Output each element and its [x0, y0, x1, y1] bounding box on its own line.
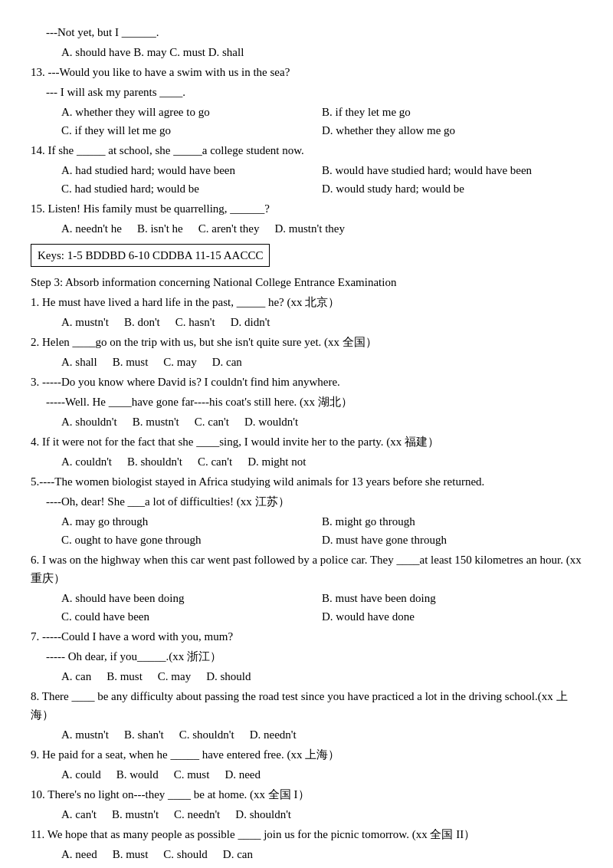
keys-box: Keys: 1-5 BDDBD 6-10 CDDBA 11-15 AACCC [31, 244, 270, 267]
q14-option-b: B. would have studied hard; would have b… [322, 161, 582, 179]
s3-option-b: B. mustn't [133, 413, 179, 431]
s9-options: A. could B. would C. must D. need [31, 765, 582, 784]
s3-option-d: D. wouldn't [244, 413, 298, 431]
s5-option-c: C. ought to have gone through [61, 531, 322, 549]
s10-option-a: A. can't [61, 805, 97, 824]
s6-option-d: D. would have done [322, 607, 582, 626]
s10-options: A. can't B. mustn't C. needn't D. should… [31, 805, 582, 824]
s8-option-d: D. needn't [250, 725, 297, 744]
s9-option-d: D. need [225, 765, 261, 784]
keys-line: Keys: 1-5 BDDBD 6-10 CDDBA 11-15 AACCC [31, 239, 582, 271]
s1-option-d: D. didn't [231, 313, 270, 331]
s7-option-c: C. may [158, 667, 191, 686]
s1-text: 1. He must have lived a hard life in the… [31, 293, 582, 311]
main-content: ---Not yet, but I ______. A. should have… [31, 23, 582, 868]
s5-sub: ----Oh, dear! She ___a lot of difficulti… [31, 492, 582, 511]
s4-options: A. couldn't B. shouldn't C. can't D. mig… [31, 452, 582, 471]
s5-option-b: B. might go through [322, 512, 582, 531]
s5-option-a: A. may go through [61, 512, 322, 531]
s7-option-a: A. can [61, 667, 91, 686]
s1-option-c: C. hasn't [175, 313, 215, 331]
s10-text: 10. There's no light on---they ____ be a… [31, 785, 582, 804]
s4-option-d: D. might not [247, 452, 306, 471]
s1-options: A. mustn't B. don't C. hasn't D. didn't [31, 313, 582, 331]
s11-option-d: D. can [223, 845, 253, 863]
q13-option-b: B. if they let me go [322, 103, 582, 121]
q13-options: A. whether they will agree to go B. if t… [31, 103, 582, 140]
q13-option-c: C. if they will let me go [61, 121, 322, 140]
q13-text: 13. ---Would you like to have a swim wit… [31, 63, 582, 81]
q14-option-a: A. had studied hard; would have been [61, 161, 322, 179]
question-s11: 11. We hope that as many people as possi… [31, 825, 582, 863]
s8-text: 8. There ____ be any difficulty about pa… [31, 687, 582, 724]
question-s12: 12. We ____ have proved great adventures… [31, 865, 582, 868]
intro-options: A. should have B. may C. must D. shall [31, 43, 582, 61]
s5-text: 5.----The women biologist stayed in Afri… [31, 472, 582, 491]
s8-option-a: A. mustn't [61, 725, 109, 744]
question-s7: 7. -----Could I have a word with you, mu… [31, 627, 582, 686]
question-s3: 3. -----Do you know where David is? I co… [31, 373, 582, 431]
question-s1: 1. He must have lived a hard life in the… [31, 293, 582, 331]
s8-option-b: B. shan't [124, 725, 164, 744]
q15-text: 15. Listen! His family must be quarrelli… [31, 199, 582, 218]
s7-sub: ----- Oh dear, if you_____.(xx 浙江） [31, 647, 582, 666]
s11-option-c: C. should [163, 845, 208, 863]
s7-options: A. can B. must C. may D. should [31, 667, 582, 686]
s10-option-d: D. shouldn't [235, 805, 291, 824]
s6-option-a: A. should have been doing [61, 589, 322, 607]
s6-option-b: B. must have been doing [322, 589, 582, 607]
q15-option-d: D. mustn't they [275, 219, 345, 238]
intro-line: ---Not yet, but I ______. [31, 23, 582, 41]
s2-option-c: C. may [163, 353, 196, 371]
s10-option-c: C. needn't [174, 805, 220, 824]
q14-text: 14. If she _____ at school, she _____a c… [31, 141, 582, 159]
s6-text: 6. I was on the highway when this car we… [31, 551, 582, 587]
s2-option-a: A. shall [61, 353, 97, 371]
s12-text: 12. We ____ have proved great adventures… [31, 865, 582, 868]
s4-option-b: B. shouldn't [127, 452, 182, 471]
s4-text: 4. If it were not for the fact that she … [31, 432, 582, 451]
question-s5: 5.----The women biologist stayed in Afri… [31, 472, 582, 549]
question-s4: 4. If it were not for the fact that she … [31, 432, 582, 471]
q15-option-a: A. needn't he [61, 219, 122, 238]
q13-sub: --- I will ask my parents ____. [31, 83, 582, 101]
question-15: 15. Listen! His family must be quarrelli… [31, 199, 582, 238]
s11-option-b: B. must [113, 845, 149, 863]
s3-text: 3. -----Do you know where David is? I co… [31, 373, 582, 391]
s4-option-c: C. can't [198, 452, 232, 471]
s2-text: 2. Helen ____go on the trip with us, but… [31, 333, 582, 351]
s2-options: A. shall B. must C. may D. can [31, 353, 582, 371]
s3-options: A. shouldn't B. mustn't C. can't D. woul… [31, 413, 582, 431]
s6-options: A. should have been doing B. must have b… [31, 589, 582, 626]
s9-option-b: B. would [116, 765, 159, 784]
s7-option-d: D. should [206, 667, 251, 686]
question-14: 14. If she _____ at school, she _____a c… [31, 141, 582, 198]
s11-text: 11. We hope that as many people as possi… [31, 825, 582, 843]
question-s10: 10. There's no light on---they ____ be a… [31, 785, 582, 824]
q13-option-d: D. whether they allow me go [322, 121, 582, 140]
s9-option-a: A. could [61, 765, 101, 784]
s7-text: 7. -----Could I have a word with you, mu… [31, 627, 582, 646]
s9-text: 9. He paid for a seat, when he _____ hav… [31, 745, 582, 764]
s5-options: A. may go through B. might go through C.… [31, 512, 582, 549]
q14-option-c: C. had studied hard; would be [61, 179, 322, 198]
s1-option-a: A. mustn't [61, 313, 109, 331]
question-s2: 2. Helen ____go on the trip with us, but… [31, 333, 582, 371]
q14-options: A. had studied hard; would have been B. … [31, 161, 582, 198]
s6-option-c: C. could have been [61, 607, 322, 626]
s8-option-c: C. shouldn't [179, 725, 234, 744]
q15-option-c: C. aren't they [198, 219, 260, 238]
s7-option-b: B. must [107, 667, 143, 686]
s11-options: A. need B. must C. should D. can [31, 845, 582, 863]
s1-option-b: B. don't [124, 313, 160, 331]
s9-option-c: C. must [174, 765, 210, 784]
question-s9: 9. He paid for a seat, when he _____ hav… [31, 745, 582, 784]
s5-option-d: D. must have gone through [322, 531, 582, 549]
q15-options: A. needn't he B. isn't he C. aren't they… [31, 219, 582, 238]
s3-option-a: A. shouldn't [61, 413, 117, 431]
s8-options: A. mustn't B. shan't C. shouldn't D. nee… [31, 725, 582, 744]
s11-option-a: A. need [61, 845, 97, 863]
question-s6: 6. I was on the highway when this car we… [31, 551, 582, 626]
q14-option-d: D. would study hard; would be [322, 179, 582, 198]
s2-option-d: D. can [212, 353, 242, 371]
